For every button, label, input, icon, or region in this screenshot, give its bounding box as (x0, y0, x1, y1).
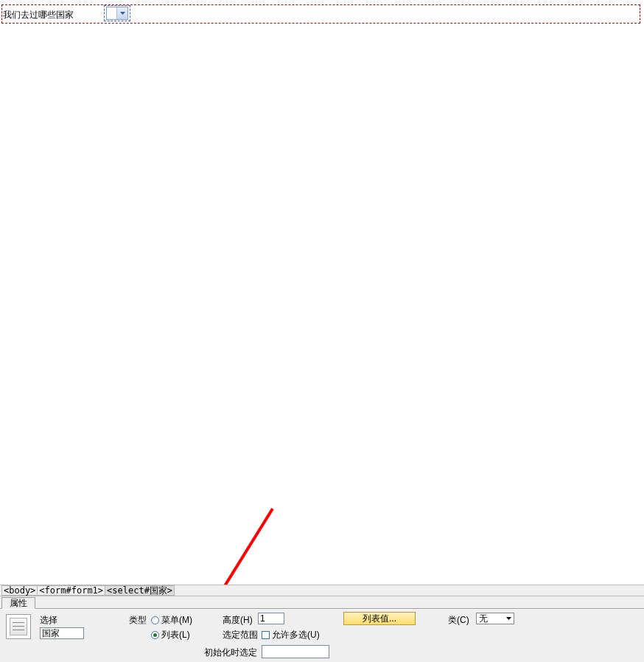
class-dropdown[interactable]: 无 (476, 613, 514, 624)
list-values-button[interactable]: 列表值... (343, 612, 416, 625)
design-canvas: 我们去过哪些国家 (0, 0, 644, 582)
tag-form[interactable]: <form#form1> (37, 585, 105, 596)
tag-select[interactable]: <select#国家> (105, 585, 175, 596)
properties-panel: 选择 类型 菜单(M) 高度(H) 列表值... 类(C) 无 列表(L) 选定… (0, 609, 644, 662)
type-radio-menu-label: 菜单(M) (161, 615, 192, 625)
chevron-down-icon (503, 613, 514, 624)
dropdown-arrow-icon (116, 7, 127, 19)
allow-multi-checkbox[interactable]: 允许多选(U) (262, 629, 320, 641)
init-select-label: 初始化时选定 (204, 647, 257, 659)
class-dropdown-value: 无 (479, 613, 488, 625)
height-label: 高度(H) (223, 614, 253, 627)
allow-multi-label: 允许多选(U) (272, 630, 320, 640)
type-radio-menu[interactable]: 菜单(M) (151, 614, 192, 627)
select-countries[interactable] (106, 7, 128, 20)
type-label: 类型 (129, 614, 147, 627)
element-type-icon (6, 614, 31, 639)
height-input[interactable] (258, 613, 284, 624)
properties-header: 属性 (0, 596, 644, 609)
form-dashed-outline (1, 4, 640, 24)
class-label: 类(C) (448, 614, 469, 627)
tag-body[interactable]: <body> (1, 585, 38, 596)
type-radio-list-label: 列表(L) (161, 630, 190, 640)
type-radio-list[interactable]: 列表(L) (151, 629, 190, 641)
properties-tab[interactable]: 属性 (1, 597, 35, 609)
form-label-text: 我们去过哪些国家 (3, 9, 74, 21)
properties-title: 选择 (40, 614, 57, 627)
range-label: 选定范围 (223, 629, 258, 641)
init-select-list[interactable] (262, 645, 329, 658)
element-name-input[interactable] (40, 627, 84, 639)
tag-selector: <body> <form#form1> <select#国家> (0, 585, 644, 596)
